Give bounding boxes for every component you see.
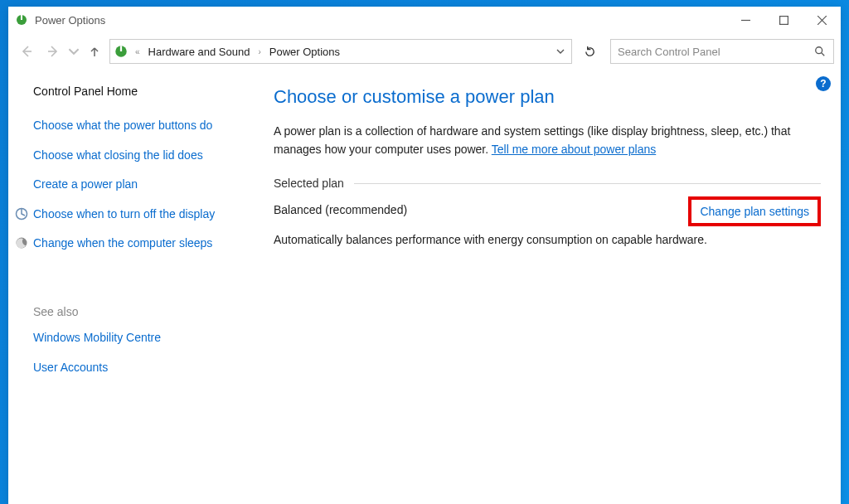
section-label: Selected plan xyxy=(274,177,344,190)
power-options-icon xyxy=(15,13,28,27)
svg-rect-9 xyxy=(120,46,122,51)
learn-more-link[interactable]: Tell me more about power plans xyxy=(492,143,656,156)
breadcrumb-dropdown[interactable] xyxy=(553,47,568,56)
breadcrumb-power-options[interactable]: Power Options xyxy=(266,46,343,58)
plan-row: Balanced (recommended) Change plan setti… xyxy=(274,203,821,226)
recent-dropdown[interactable] xyxy=(68,40,80,63)
content-area: ? Control Panel Home Choose what the pow… xyxy=(8,70,841,504)
control-panel-window: Power Options « Hardware xyxy=(8,7,841,504)
search-icon xyxy=(813,46,827,57)
back-button[interactable] xyxy=(15,40,38,63)
svg-point-10 xyxy=(816,47,822,54)
display-icon xyxy=(15,207,28,220)
forward-button[interactable] xyxy=(41,40,65,63)
change-plan-settings-link[interactable]: Change plan settings xyxy=(688,196,821,226)
address-bar: « Hardware and Sound › Power Options xyxy=(8,33,841,70)
chevron-right-icon: › xyxy=(256,47,262,56)
control-panel-icon xyxy=(114,44,129,59)
sidebar-item-label: Change when the computer sleeps xyxy=(33,236,212,250)
minimize-button[interactable] xyxy=(726,7,764,33)
breadcrumb[interactable]: « Hardware and Sound › Power Options xyxy=(109,39,572,64)
breadcrumb-hardware-sound[interactable]: Hardware and Sound xyxy=(145,46,254,58)
help-icon[interactable]: ? xyxy=(816,76,831,91)
divider xyxy=(354,183,821,184)
selected-plan-header: Selected plan xyxy=(274,177,821,190)
sidebar-link-create-plan[interactable]: Create a power plan xyxy=(33,177,237,193)
page-heading: Choose or customise a power plan xyxy=(274,86,821,108)
control-panel-home-link[interactable]: Control Panel Home xyxy=(33,85,237,98)
see-also-header: See also xyxy=(33,305,237,318)
plan-name: Balanced (recommended) xyxy=(274,203,407,216)
sidebar-link-sleep[interactable]: Change when the computer sleeps xyxy=(33,235,237,252)
chevron-left-icon: « xyxy=(133,47,142,56)
sleep-icon xyxy=(15,236,28,250)
sidebar-link-turn-off-display[interactable]: Choose when to turn off the display xyxy=(33,206,237,223)
sidebar-link-power-buttons[interactable]: Choose what the power buttons do xyxy=(33,118,237,134)
search-box[interactable] xyxy=(610,39,834,64)
up-button[interactable] xyxy=(83,40,106,63)
svg-line-11 xyxy=(822,53,825,56)
main-panel: Choose or customise a power plan A power… xyxy=(249,70,841,504)
sidebar-link-closing-lid[interactable]: Choose what closing the lid does xyxy=(33,148,237,164)
maximize-button[interactable] xyxy=(764,7,803,33)
plan-description: Automatically balances performance with … xyxy=(274,231,821,249)
svg-rect-1 xyxy=(21,15,22,20)
search-input[interactable] xyxy=(618,46,813,58)
sidebar-link-user-accounts[interactable]: User Accounts xyxy=(33,360,237,376)
sidebar: Control Panel Home Choose what the power… xyxy=(8,70,249,504)
titlebar: Power Options xyxy=(8,7,841,33)
page-description: A power plan is a collection of hardware… xyxy=(274,123,821,158)
sidebar-item-label: Choose when to turn off the display xyxy=(33,207,215,220)
sidebar-link-mobility-centre[interactable]: Windows Mobility Centre xyxy=(33,330,237,346)
close-button[interactable] xyxy=(803,7,841,33)
refresh-button[interactable] xyxy=(577,39,602,64)
window-title: Power Options xyxy=(35,14,105,27)
svg-rect-3 xyxy=(779,16,788,24)
